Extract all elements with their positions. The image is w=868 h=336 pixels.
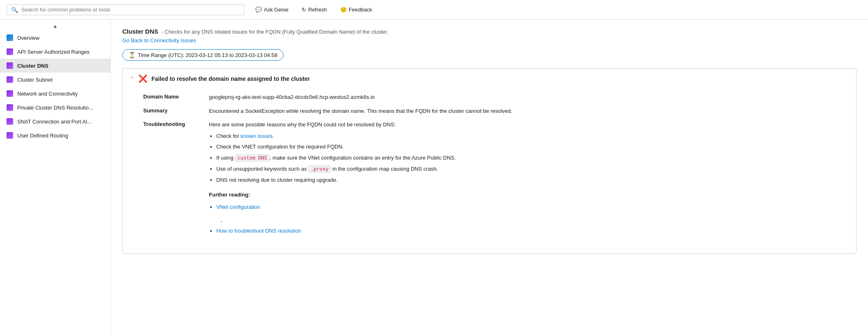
proxy-code: .proxy (308, 165, 331, 173)
cluster-subnet-icon (7, 76, 13, 83)
troubleshooting-row: Troubleshooting Here are some possible r… (143, 121, 836, 238)
feedback-button[interactable]: 🙂 Feedback (338, 5, 375, 14)
troubleshoot-dns-link[interactable]: How to troubleshoot DNS resolution (216, 228, 301, 234)
time-range-bar[interactable]: ⏳ Time Range (UTC): 2023-03-12 05:13 to … (122, 49, 284, 61)
sidebar-item-label: SNAT Connection and Port Al... (17, 119, 92, 125)
chevron-up-icon: ▲ (53, 23, 58, 29)
vnet-config-link[interactable]: VNet configuration (216, 204, 260, 210)
sidebar: ▲ Overview API Server Authorized Ranges … (0, 20, 111, 336)
summary-value: Encountered a SocketException while reso… (209, 107, 512, 115)
sidebar-item-private-cluster[interactable]: Private Cluster DNS Resolutio... (0, 101, 110, 114)
content-area: Cluster DNS - Checks for any DNS related… (111, 20, 868, 336)
user-routing-icon (7, 132, 13, 139)
page-subtitle: - Checks for any DNS related issues for … (161, 29, 388, 35)
sidebar-item-snat[interactable]: SNAT Connection and Port Al... (0, 114, 110, 128)
overview-icon (7, 34, 13, 41)
cluster-dns-icon (7, 62, 13, 69)
network-connectivity-icon (7, 90, 13, 97)
sidebar-item-label: User Defined Routing (17, 133, 68, 139)
ask-genie-label: Ask Genie (264, 7, 289, 13)
list-item: How to troubleshoot DNS resolution (216, 227, 456, 235)
sidebar-item-label: Overview (17, 35, 39, 41)
sidebar-item-label: Cluster DNS (17, 63, 48, 69)
list-item: If using custom DNS, make sure the VNet … (216, 154, 456, 162)
sidebar-item-user-routing[interactable]: User Defined Routing (0, 128, 110, 142)
error-icon: ❌ (138, 74, 147, 83)
result-card: ⌃ ❌ Failed to resolve the domain name as… (122, 68, 857, 254)
collapse-button[interactable]: ⌃ (130, 76, 134, 82)
search-input[interactable] (21, 7, 240, 13)
sidebar-item-cluster-dns[interactable]: Cluster DNS (0, 59, 110, 73)
card-header[interactable]: ⌃ ❌ Failed to resolve the domain name as… (123, 69, 856, 89)
summary-label: Summary (143, 107, 209, 115)
scroll-up-button[interactable]: ▲ (0, 21, 110, 31)
sidebar-item-label: Cluster Subnet (17, 77, 53, 83)
further-reading-label: Further reading: (209, 191, 456, 199)
clock-icon: ⏳ (128, 52, 135, 58)
refresh-icon: ↻ (302, 7, 306, 13)
search-icon: 🔍 (11, 7, 18, 13)
main-layout: ▲ Overview API Server Authorized Ranges … (0, 20, 868, 336)
list-item: Check the VNET configuration for the req… (216, 143, 456, 151)
domain-name-value: googleproj-rg-aks-test-supp-40cba2-dccdc… (209, 93, 375, 101)
topbar: 🔍 💬 Ask Genie ↻ Refresh 🙂 Feedback (0, 0, 868, 20)
card-body: Domain Name googleproj-rg-aks-test-supp-… (123, 89, 856, 254)
sidebar-item-label: API Server Authorized Ranges (17, 49, 89, 55)
separator-dot: . (220, 214, 456, 225)
refresh-label: Refresh (308, 7, 327, 13)
refresh-button[interactable]: ↻ Refresh (299, 5, 330, 14)
custom-dns-code: custom DNS (235, 154, 270, 162)
feedback-label: Feedback (349, 7, 372, 13)
domain-name-label: Domain Name (143, 93, 209, 101)
snat-icon (7, 118, 13, 125)
sidebar-item-label: Private Cluster DNS Resolutio... (17, 105, 93, 111)
genie-icon: 💬 (255, 7, 262, 13)
troubleshooting-value: Here are some possible reasons why the F… (209, 121, 456, 238)
topbar-actions: 💬 Ask Genie ↻ Refresh 🙂 Feedback (253, 5, 375, 14)
time-range-label: Time Range (UTC): 2023-03-12 05:13 to 20… (138, 52, 277, 58)
known-issues-link[interactable]: known issues (240, 133, 273, 139)
summary-row: Summary Encountered a SocketException wh… (143, 107, 836, 115)
list-item: DNS not resolving due to cluster requiri… (216, 176, 456, 185)
troubleshooting-label: Troubleshooting (143, 121, 209, 238)
further-reading-list: VNet configuration (209, 203, 456, 212)
list-item: VNet configuration (216, 203, 456, 212)
list-item: Check for known issues. (216, 132, 456, 141)
sidebar-item-network-connectivity[interactable]: Network and Connectivity (0, 87, 110, 101)
sidebar-item-api-server[interactable]: API Server Authorized Ranges (0, 45, 110, 59)
api-server-icon (7, 48, 13, 55)
troubleshooting-list: Check for known issues. Check the VNET c… (209, 132, 456, 185)
card-title: Failed to resolve the domain name assign… (151, 75, 310, 82)
ask-genie-button[interactable]: 💬 Ask Genie (253, 5, 291, 14)
list-item: Use of unsupported keywords such as .pro… (216, 165, 456, 174)
sidebar-item-overview[interactable]: Overview (0, 31, 110, 45)
search-box[interactable]: 🔍 (7, 5, 245, 15)
page-title: Cluster DNS (122, 28, 158, 35)
page-header: Cluster DNS - Checks for any DNS related… (122, 28, 857, 43)
troubleshooting-intro: Here are some possible reasons why the F… (209, 121, 396, 128)
domain-name-row: Domain Name googleproj-rg-aks-test-supp-… (143, 93, 836, 101)
private-cluster-icon (7, 104, 13, 111)
back-link[interactable]: Go Back to Connectivity Issues (122, 37, 196, 43)
sidebar-item-cluster-subnet[interactable]: Cluster Subnet (0, 73, 110, 87)
further-reading-list-2: How to troubleshoot DNS resolution (209, 227, 456, 235)
feedback-icon: 🙂 (340, 7, 347, 13)
sidebar-item-label: Network and Connectivity (17, 91, 78, 97)
